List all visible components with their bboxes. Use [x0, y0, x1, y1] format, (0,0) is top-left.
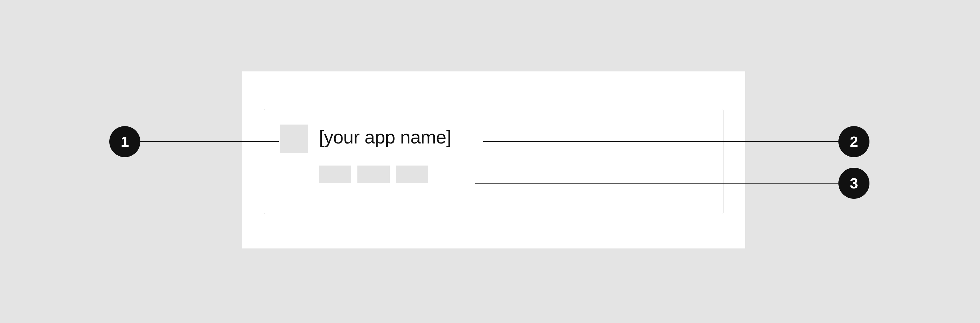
- app-icon-placeholder: [280, 124, 309, 153]
- app-card: [your app name]: [264, 109, 724, 214]
- annotation-bubble-3: 3: [838, 168, 869, 199]
- diagram-panel: [your app name]: [242, 72, 745, 248]
- annotation-connector-3: [475, 183, 838, 183]
- badge-placeholder: [319, 165, 351, 183]
- annotation-number: 3: [850, 175, 858, 192]
- annotation-bubble-1: 1: [109, 126, 140, 157]
- annotation-connector-1: [140, 141, 279, 142]
- annotation-connector-2: [483, 141, 838, 142]
- annotation-number: 2: [850, 133, 858, 150]
- app-name-label: [your app name]: [319, 127, 451, 148]
- annotation-number: 1: [121, 133, 129, 150]
- badge-placeholder: [396, 165, 428, 183]
- annotation-bubble-2: 2: [838, 126, 869, 157]
- badge-placeholder: [357, 165, 390, 183]
- badge-row: [319, 165, 428, 183]
